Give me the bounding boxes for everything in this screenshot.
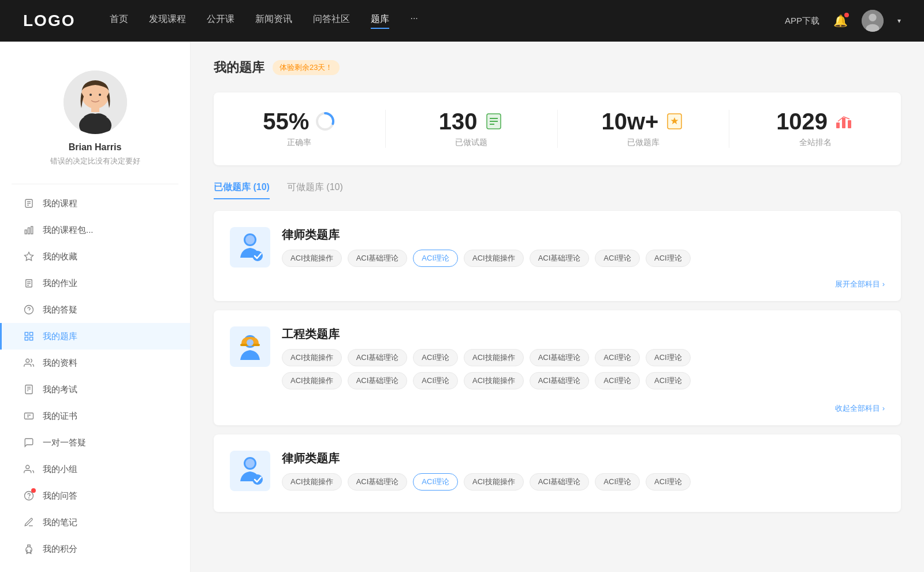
sidebar-item-profile-label: 我的资料 bbox=[43, 358, 77, 369]
nav-link-home[interactable]: 首页 bbox=[110, 13, 128, 29]
sidebar-item-favorites-label: 我的收藏 bbox=[43, 251, 77, 262]
svg-rect-26 bbox=[30, 337, 33, 340]
sidebar-item-group-label: 我的小组 bbox=[43, 464, 77, 475]
tag-2-1[interactable]: ACI基础理论 bbox=[348, 349, 408, 366]
collapse-link-2[interactable]: 收起全部科目 › bbox=[835, 403, 885, 414]
sidebar-item-exam[interactable]: 我的考试 bbox=[0, 376, 190, 403]
svg-rect-15 bbox=[31, 226, 33, 234]
sidebar-item-group[interactable]: 我的小组 bbox=[0, 456, 190, 482]
tag-2-s5[interactable]: ACI理论 bbox=[595, 372, 640, 389]
tag-3-3[interactable]: ACI技能操作 bbox=[464, 473, 524, 491]
sidebar-item-course-pkg[interactable]: 我的课程包... bbox=[0, 217, 190, 243]
medal-icon bbox=[23, 543, 35, 555]
tag-2-s1[interactable]: ACI基础理论 bbox=[348, 372, 408, 389]
tag-1-0[interactable]: ACI技能操作 bbox=[282, 250, 342, 267]
svg-point-27 bbox=[26, 359, 29, 362]
stat-done-questions: 130 已做试题 bbox=[386, 110, 558, 148]
tag-2-s2[interactable]: ACI理论 bbox=[413, 372, 458, 389]
expand-link-1[interactable]: 展开全部科目 › bbox=[835, 277, 885, 289]
tag-1-4[interactable]: ACI基础理论 bbox=[530, 250, 590, 267]
tag-2-6[interactable]: ACI理论 bbox=[646, 349, 691, 366]
sidebar-item-1on1-label: 一对一答疑 bbox=[43, 437, 86, 448]
tag-3-0[interactable]: ACI技能操作 bbox=[282, 473, 342, 491]
svg-point-34 bbox=[25, 492, 33, 500]
sidebar-item-profile[interactable]: 我的资料 bbox=[0, 350, 190, 376]
app-download-link[interactable]: APP下载 bbox=[785, 16, 819, 27]
sidebar-item-my-courses[interactable]: 我的课程 bbox=[0, 190, 190, 217]
trial-badge: 体验剩余23天！ bbox=[273, 60, 340, 75]
stat-rank-label: 全站排名 bbox=[741, 138, 889, 148]
tag-1-6[interactable]: ACI理论 bbox=[646, 250, 691, 267]
qbank-info-3: 律师类题库 ACI技能操作 ACI基础理论 ACI理论 ACI技能操作 ACI基… bbox=[282, 451, 885, 491]
tag-2-s4[interactable]: ACI基础理论 bbox=[530, 372, 590, 389]
tag-2-s6[interactable]: ACI理论 bbox=[646, 372, 691, 389]
tag-2-3[interactable]: ACI技能操作 bbox=[464, 349, 524, 366]
stat-rank: 1029 全站排名 bbox=[729, 110, 901, 148]
qbank-info-2: 工程类题库 ACI技能操作 ACI基础理论 ACI理论 ACI技能操作 ACI基… bbox=[282, 326, 885, 389]
sidebar-item-myqa[interactable]: 我的问答 bbox=[0, 482, 190, 509]
qbank-name-2: 工程类题库 bbox=[282, 326, 885, 342]
tag-3-6[interactable]: ACI理论 bbox=[646, 473, 691, 491]
pen-icon bbox=[23, 517, 35, 528]
sidebar-item-favorites[interactable]: 我的收藏 bbox=[0, 243, 190, 270]
tag-2-s3[interactable]: ACI技能操作 bbox=[464, 372, 524, 389]
svg-rect-8 bbox=[91, 106, 99, 112]
file-icon bbox=[23, 198, 35, 209]
svg-point-33 bbox=[26, 465, 29, 469]
qbank-name-1: 律师类题库 bbox=[282, 227, 885, 243]
tag-3-2[interactable]: ACI理论 bbox=[413, 473, 458, 491]
tag-3-5[interactable]: ACI理论 bbox=[595, 473, 640, 491]
user-motto: 错误的决定比没有决定要好 bbox=[12, 156, 178, 166]
user-dropdown-arrow[interactable]: ▾ bbox=[897, 17, 901, 25]
sidebar-item-answers[interactable]: 我的答疑 bbox=[0, 296, 190, 323]
nav-logo: LOGO bbox=[23, 12, 75, 30]
sidebar-item-points-label: 我的积分 bbox=[43, 544, 77, 555]
sidebar-item-1on1[interactable]: 一对一答疑 bbox=[0, 429, 190, 456]
tag-2-2[interactable]: ACI理论 bbox=[413, 349, 458, 366]
tag-2-0[interactable]: ACI技能操作 bbox=[282, 349, 342, 366]
tab-done[interactable]: 已做题库 (10) bbox=[214, 181, 270, 199]
tab-available[interactable]: 可做题库 (10) bbox=[287, 181, 343, 199]
sidebar-item-notes[interactable]: 我的笔记 bbox=[0, 509, 190, 536]
tag-1-1[interactable]: ACI基础理论 bbox=[348, 250, 408, 267]
nav-link-news[interactable]: 新闻资讯 bbox=[255, 13, 292, 29]
sidebar-item-cert[interactable]: 我的证书 bbox=[0, 403, 190, 429]
nav-link-discover[interactable]: 发现课程 bbox=[149, 13, 186, 29]
svg-point-52 bbox=[252, 251, 263, 261]
svg-rect-32 bbox=[25, 413, 33, 419]
svg-rect-47 bbox=[836, 122, 840, 128]
nav-link-more[interactable]: ··· bbox=[410, 13, 418, 29]
tag-1-2[interactable]: ACI理论 bbox=[413, 250, 458, 267]
exam-icon bbox=[23, 384, 35, 395]
qbank-footer-2: 收起全部科目 › bbox=[230, 399, 885, 414]
qbank-info-1: 律师类题库 ACI技能操作 ACI基础理论 ACI理论 ACI技能操作 ACI基… bbox=[282, 227, 885, 267]
stat-done-banks-value: 10w+ bbox=[601, 110, 658, 133]
sidebar-item-points[interactable]: 我的积分 bbox=[0, 536, 190, 562]
nav-link-qbank[interactable]: 题库 bbox=[371, 13, 389, 29]
tag-3-1[interactable]: ACI基础理论 bbox=[348, 473, 408, 491]
nav-link-opencourse[interactable]: 公开课 bbox=[207, 13, 234, 29]
tag-1-5[interactable]: ACI理论 bbox=[595, 250, 640, 267]
notification-dot bbox=[844, 13, 849, 17]
svg-rect-24 bbox=[30, 332, 33, 335]
nav-link-qa[interactable]: 问答社区 bbox=[313, 13, 350, 29]
navbar: LOGO 首页 发现课程 公开课 新闻资讯 问答社区 题库 ··· APP下载 … bbox=[0, 0, 924, 42]
sidebar-item-course-pkg-label: 我的课程包... bbox=[43, 225, 94, 236]
notification-bell[interactable]: 🔔 bbox=[833, 14, 848, 28]
tag-2-5[interactable]: ACI理论 bbox=[595, 349, 640, 366]
qbank-card-lawyer-1: 律师类题库 ACI技能操作 ACI基础理论 ACI理论 ACI技能操作 ACI基… bbox=[214, 211, 901, 301]
sidebar-item-homework[interactable]: 我的作业 bbox=[0, 270, 190, 296]
profile-icon bbox=[23, 357, 35, 369]
stat-accuracy-label: 正确率 bbox=[225, 138, 374, 148]
tag-3-4[interactable]: ACI基础理论 bbox=[530, 473, 590, 491]
stat-accuracy: 55% 正确率 bbox=[214, 110, 386, 148]
tag-1-3[interactable]: ACI技能操作 bbox=[464, 250, 524, 267]
bar-chart-small-icon bbox=[23, 224, 35, 236]
sidebar-item-qbank[interactable]: 我的题库 bbox=[0, 323, 190, 350]
tag-2-s0[interactable]: ACI技能操作 bbox=[282, 372, 342, 389]
tag-2-4[interactable]: ACI基础理论 bbox=[530, 349, 590, 366]
user-avatar[interactable] bbox=[862, 10, 884, 32]
stat-done-questions-value: 130 bbox=[439, 110, 478, 133]
stat-done-banks-label: 已做题库 bbox=[569, 138, 718, 148]
qbank-header-1: 律师类题库 ACI技能操作 ACI基础理论 ACI理论 ACI技能操作 ACI基… bbox=[230, 227, 885, 268]
